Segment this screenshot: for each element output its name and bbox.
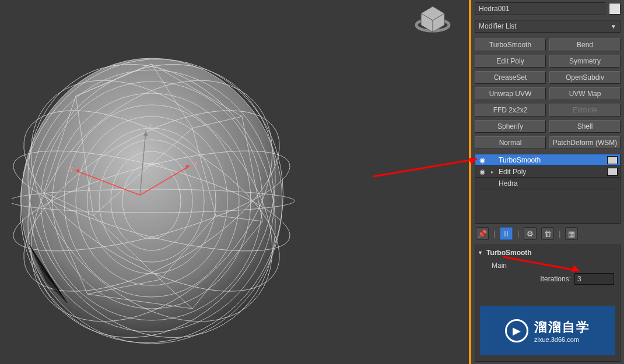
iterations-label: Iterations: bbox=[540, 275, 571, 283]
svg-point-8 bbox=[99, 140, 204, 262]
viewport[interactable]: x y z bbox=[0, 0, 471, 364]
modifier-stack[interactable]: ◉TurboSmooth◉▸Edit PolyHedra bbox=[475, 154, 621, 224]
modifier-button-extrude[interactable]: Extrude bbox=[549, 104, 621, 116]
svg-point-10 bbox=[122, 163, 181, 239]
stack-display-checkbox[interactable] bbox=[607, 168, 618, 176]
view-cube[interactable] bbox=[414, 3, 451, 38]
svg-line-30 bbox=[140, 131, 146, 195]
modifier-list-dropdown[interactable]: Modifier List ▼ bbox=[475, 20, 621, 33]
svg-point-2 bbox=[29, 70, 274, 332]
svg-point-1 bbox=[21, 58, 282, 344]
svg-marker-29 bbox=[76, 168, 79, 173]
svg-point-20 bbox=[12, 29, 321, 355]
rollout-group-label: Main bbox=[478, 261, 618, 270]
iterations-spinner[interactable]: ▲ ▼ bbox=[574, 273, 614, 285]
watermark-line2: zixue.3d66.com bbox=[534, 336, 590, 343]
show-end-result-icon[interactable]: ⅠⅠ bbox=[500, 227, 513, 240]
svg-point-3 bbox=[41, 82, 262, 320]
svg-marker-27 bbox=[186, 165, 190, 169]
delete-modifier-icon[interactable]: 🗑 bbox=[541, 227, 554, 240]
make-unique-icon[interactable]: ⚙ bbox=[524, 227, 537, 240]
modifier-button-symmetry[interactable]: Symmetry bbox=[549, 55, 621, 68]
svg-line-23 bbox=[35, 256, 61, 295]
svg-point-11 bbox=[12, 29, 315, 355]
svg-point-0 bbox=[21, 58, 282, 344]
svg-text:x: x bbox=[194, 161, 197, 167]
svg-point-18 bbox=[12, 74, 307, 328]
svg-line-38 bbox=[373, 159, 477, 176]
modifier-button-patchdeform-wsm-[interactable]: PatchDeform (WSM) bbox=[549, 136, 621, 149]
svg-point-12 bbox=[12, 29, 321, 355]
modifier-button-bend[interactable]: Bend bbox=[549, 38, 621, 51]
svg-line-24 bbox=[38, 262, 58, 291]
hedra-mesh bbox=[12, 29, 321, 355]
svg-line-28 bbox=[76, 171, 140, 195]
svg-text:y: y bbox=[70, 165, 73, 172]
stack-toolbar: 📌 | ⅠⅠ | ⚙ 🗑 | ▦ bbox=[471, 224, 624, 243]
eye-icon[interactable]: ◉ bbox=[475, 156, 489, 164]
svg-point-6 bbox=[76, 116, 227, 285]
triangle-down-icon: ▼ bbox=[478, 250, 483, 256]
modifier-button-unwrap-uvw[interactable]: Unwrap UVW bbox=[475, 87, 546, 100]
stack-item-label: Edit Poly bbox=[495, 168, 607, 176]
svg-point-16 bbox=[12, 189, 295, 213]
pivot-axes: x y z bbox=[61, 108, 213, 236]
modifier-button-ffd-2x2x2[interactable]: FFD 2x2x2 bbox=[475, 104, 546, 116]
stack-item-turbosmooth[interactable]: ◉TurboSmooth bbox=[475, 154, 620, 166]
svg-line-26 bbox=[140, 166, 190, 195]
svg-point-4 bbox=[52, 93, 251, 309]
pin-stack-icon[interactable]: 📌 bbox=[476, 227, 489, 240]
rollout-title: TurboSmooth bbox=[486, 249, 532, 257]
svg-point-13 bbox=[12, 34, 318, 355]
svg-line-25 bbox=[41, 268, 55, 287]
object-name-input[interactable] bbox=[475, 2, 605, 15]
svg-point-5 bbox=[64, 105, 239, 297]
svg-line-21 bbox=[29, 245, 67, 303]
modifier-button-creaseset[interactable]: CreaseSet bbox=[475, 71, 546, 84]
svg-point-15 bbox=[12, 130, 299, 272]
eye-icon[interactable]: ◉ bbox=[475, 168, 489, 176]
svg-point-7 bbox=[87, 128, 216, 274]
modifier-button-edit-poly[interactable]: Edit Poly bbox=[475, 55, 546, 68]
stack-item-hedra[interactable]: Hedra bbox=[475, 178, 620, 189]
stack-item-label: TurboSmooth bbox=[495, 156, 607, 164]
modifier-button-normal[interactable]: Normal bbox=[475, 136, 546, 149]
iterations-input[interactable] bbox=[575, 274, 624, 284]
modifier-button-opensubdiv[interactable]: OpenSubdiv bbox=[549, 71, 621, 84]
object-color-swatch[interactable] bbox=[609, 3, 621, 15]
modifier-list-label: Modifier List bbox=[479, 22, 517, 30]
svg-point-17 bbox=[12, 130, 299, 272]
svg-point-9 bbox=[111, 151, 192, 250]
watermark: ▶ 溜溜自学 zixue.3d66.com bbox=[480, 306, 615, 355]
modifier-buttons-grid: TurboSmoothBendEdit PolySymmetryCreaseSe… bbox=[471, 35, 624, 153]
svg-point-19 bbox=[12, 34, 318, 355]
rollout-area: ▼ TurboSmooth Main Iterations: ▲ ▼ bbox=[475, 245, 621, 362]
stack-item-edit-poly[interactable]: ◉▸Edit Poly bbox=[475, 166, 620, 178]
modifier-button-turbosmooth[interactable]: TurboSmooth bbox=[475, 38, 546, 51]
command-panel: Modifier List ▼ TurboSmoothBendEdit Poly… bbox=[471, 0, 624, 364]
modifier-button-uvw-map[interactable]: UVW Map bbox=[549, 87, 621, 100]
svg-point-14 bbox=[12, 74, 307, 328]
svg-marker-31 bbox=[143, 131, 148, 136]
play-icon: ▶ bbox=[505, 319, 528, 342]
expand-icon[interactable]: ▸ bbox=[489, 169, 495, 175]
stack-item-label: Hedra bbox=[495, 179, 620, 188]
chevron-down-icon: ▼ bbox=[611, 23, 616, 30]
svg-line-22 bbox=[32, 250, 64, 299]
watermark-line1: 溜溜自学 bbox=[534, 319, 590, 336]
svg-text:z: z bbox=[149, 123, 152, 129]
configure-sets-icon[interactable]: ▦ bbox=[565, 227, 578, 240]
modifier-button-shell[interactable]: Shell bbox=[549, 120, 621, 133]
rollout-header[interactable]: ▼ TurboSmooth bbox=[478, 249, 618, 257]
modifier-button-spherify[interactable]: Spherify bbox=[475, 120, 546, 133]
stack-display-checkbox[interactable] bbox=[607, 156, 618, 164]
